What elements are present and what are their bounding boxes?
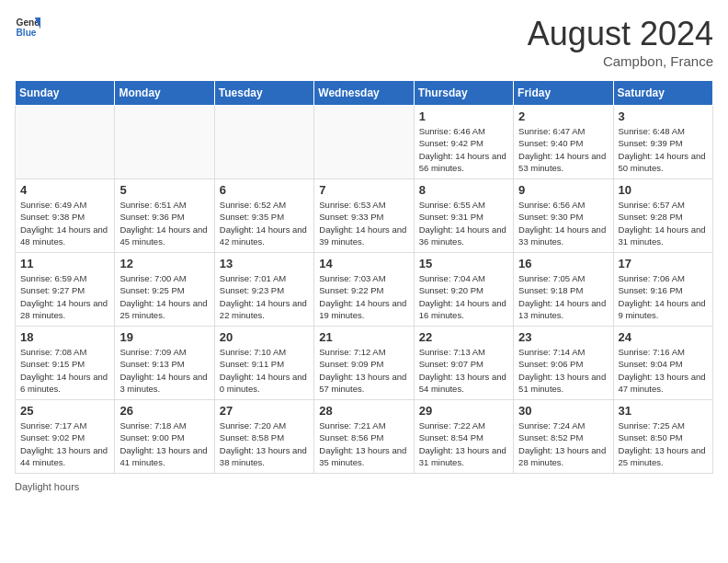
logo-icon: General Blue [15, 15, 40, 40]
header-friday: Friday [514, 81, 613, 106]
header-tuesday: Tuesday [214, 81, 313, 106]
date-number-7: 7 [319, 183, 408, 197]
cell-w5-d2: 27Sunrise: 7:20 AMSunset: 8:58 PMDayligh… [214, 400, 313, 474]
cell-info-22: Sunrise: 7:13 AMSunset: 9:07 PMDaylight:… [419, 346, 508, 395]
cell-info-29: Sunrise: 7:22 AMSunset: 8:54 PMDaylight:… [419, 419, 508, 468]
month-year-title: August 2024 [528, 15, 713, 53]
date-number-3: 3 [619, 109, 708, 123]
title-area: August 2024 Campbon, France [528, 15, 713, 69]
cell-w4-d0: 18Sunrise: 7:08 AMSunset: 9:15 PMDayligh… [16, 327, 115, 400]
date-number-31: 31 [619, 404, 708, 418]
cell-w2-d6: 10Sunrise: 6:57 AMSunset: 9:28 PMDayligh… [613, 179, 712, 253]
date-number-11: 11 [20, 257, 109, 270]
cell-w2-d1: 5Sunrise: 6:51 AMSunset: 9:36 PMDaylight… [115, 179, 214, 253]
cell-info-19: Sunrise: 7:09 AMSunset: 9:13 PMDaylight:… [119, 346, 209, 395]
cell-info-23: Sunrise: 7:14 AMSunset: 9:06 PMDaylight:… [518, 346, 608, 395]
cell-w3-d6: 17Sunrise: 7:06 AMSunset: 9:16 PMDayligh… [613, 253, 712, 327]
date-number-21: 21 [319, 330, 408, 344]
date-number-4: 4 [20, 183, 109, 197]
date-number-24: 24 [619, 330, 708, 344]
cell-info-8: Sunrise: 6:55 AMSunset: 9:31 PMDaylight:… [419, 199, 508, 247]
cell-w4-d1: 19Sunrise: 7:09 AMSunset: 9:13 PMDayligh… [115, 327, 214, 400]
cell-info-18: Sunrise: 7:08 AMSunset: 9:15 PMDaylight:… [20, 346, 109, 395]
logo: General Blue [15, 15, 40, 40]
date-number-22: 22 [419, 330, 508, 344]
cell-w4-d3: 21Sunrise: 7:12 AMSunset: 9:09 PMDayligh… [314, 327, 414, 400]
date-number-8: 8 [419, 183, 508, 197]
date-number-18: 18 [20, 330, 109, 344]
page-header: General Blue August 2024 Campbon, France [15, 15, 713, 69]
svg-text:Blue: Blue [17, 28, 37, 38]
cell-info-4: Sunrise: 6:49 AMSunset: 9:38 PMDaylight:… [20, 199, 109, 247]
cell-info-5: Sunrise: 6:51 AMSunset: 9:36 PMDaylight:… [119, 199, 209, 247]
cell-info-2: Sunrise: 6:47 AMSunset: 9:40 PMDaylight:… [518, 125, 608, 174]
date-number-12: 12 [119, 257, 209, 270]
cell-w2-d5: 9Sunrise: 6:56 AMSunset: 9:30 PMDaylight… [514, 179, 613, 253]
date-number-10: 10 [619, 183, 708, 197]
cell-w4-d6: 24Sunrise: 7:16 AMSunset: 9:04 PMDayligh… [613, 327, 712, 400]
date-number-17: 17 [619, 257, 708, 270]
cell-info-30: Sunrise: 7:24 AMSunset: 8:52 PMDaylight:… [518, 419, 608, 468]
date-number-19: 19 [119, 330, 209, 344]
cell-w2-d4: 8Sunrise: 6:55 AMSunset: 9:31 PMDaylight… [414, 179, 513, 253]
week-row-2: 4Sunrise: 6:49 AMSunset: 9:38 PMDaylight… [16, 179, 713, 253]
cell-w3-d4: 15Sunrise: 7:04 AMSunset: 9:20 PMDayligh… [414, 253, 513, 327]
cell-info-3: Sunrise: 6:48 AMSunset: 9:39 PMDaylight:… [619, 125, 708, 174]
cell-info-10: Sunrise: 6:57 AMSunset: 9:28 PMDaylight:… [619, 199, 708, 247]
date-number-1: 1 [419, 109, 508, 123]
week-row-4: 18Sunrise: 7:08 AMSunset: 9:15 PMDayligh… [16, 327, 713, 400]
cell-info-16: Sunrise: 7:05 AMSunset: 9:18 PMDaylight:… [518, 272, 608, 321]
daylight-hours-label: Daylight hours [15, 481, 79, 492]
cell-info-28: Sunrise: 7:21 AMSunset: 8:56 PMDaylight:… [319, 419, 408, 468]
cell-info-12: Sunrise: 7:00 AMSunset: 9:25 PMDaylight:… [119, 272, 209, 321]
cell-w3-d3: 14Sunrise: 7:03 AMSunset: 9:22 PMDayligh… [314, 253, 414, 327]
cell-info-27: Sunrise: 7:20 AMSunset: 8:58 PMDaylight:… [220, 419, 309, 468]
week-row-1: 1Sunrise: 6:46 AMSunset: 9:42 PMDaylight… [16, 106, 713, 179]
date-number-20: 20 [220, 330, 309, 344]
date-number-5: 5 [119, 183, 209, 197]
cell-info-11: Sunrise: 6:59 AMSunset: 9:27 PMDaylight:… [20, 272, 109, 321]
cell-info-6: Sunrise: 6:52 AMSunset: 9:35 PMDaylight:… [220, 199, 309, 247]
date-number-2: 2 [518, 109, 608, 123]
header-wednesday: Wednesday [314, 81, 414, 106]
cell-info-20: Sunrise: 7:10 AMSunset: 9:11 PMDaylight:… [220, 346, 309, 395]
week-row-3: 11Sunrise: 6:59 AMSunset: 9:27 PMDayligh… [16, 253, 713, 327]
cell-info-25: Sunrise: 7:17 AMSunset: 9:02 PMDaylight:… [20, 419, 109, 468]
cell-w5-d4: 29Sunrise: 7:22 AMSunset: 8:54 PMDayligh… [414, 400, 513, 474]
date-number-28: 28 [319, 404, 408, 418]
cell-info-1: Sunrise: 6:46 AMSunset: 9:42 PMDaylight:… [419, 125, 508, 174]
cell-w5-d6: 31Sunrise: 7:25 AMSunset: 8:50 PMDayligh… [613, 400, 712, 474]
date-number-14: 14 [319, 257, 408, 270]
footer: Daylight hours [15, 481, 713, 492]
cell-w1-d3 [314, 106, 414, 179]
cell-info-17: Sunrise: 7:06 AMSunset: 9:16 PMDaylight:… [619, 272, 708, 321]
date-number-30: 30 [518, 404, 608, 418]
cell-info-31: Sunrise: 7:25 AMSunset: 8:50 PMDaylight:… [619, 419, 708, 468]
cell-w4-d5: 23Sunrise: 7:14 AMSunset: 9:06 PMDayligh… [514, 327, 613, 400]
cell-w3-d1: 12Sunrise: 7:00 AMSunset: 9:25 PMDayligh… [115, 253, 214, 327]
cell-w1-d5: 2Sunrise: 6:47 AMSunset: 9:40 PMDaylight… [514, 106, 613, 179]
date-number-9: 9 [518, 183, 608, 197]
cell-w4-d2: 20Sunrise: 7:10 AMSunset: 9:11 PMDayligh… [214, 327, 313, 400]
cell-info-21: Sunrise: 7:12 AMSunset: 9:09 PMDaylight:… [319, 346, 408, 395]
cell-w5-d5: 30Sunrise: 7:24 AMSunset: 8:52 PMDayligh… [514, 400, 613, 474]
day-headers-row: Sunday Monday Tuesday Wednesday Thursday… [16, 81, 713, 106]
cell-info-13: Sunrise: 7:01 AMSunset: 9:23 PMDaylight:… [220, 272, 309, 321]
cell-w2-d2: 6Sunrise: 6:52 AMSunset: 9:35 PMDaylight… [214, 179, 313, 253]
cell-w2-d3: 7Sunrise: 6:53 AMSunset: 9:33 PMDaylight… [314, 179, 414, 253]
location-subtitle: Campbon, France [528, 53, 713, 69]
cell-w3-d2: 13Sunrise: 7:01 AMSunset: 9:23 PMDayligh… [214, 253, 313, 327]
cell-info-24: Sunrise: 7:16 AMSunset: 9:04 PMDaylight:… [619, 346, 708, 395]
header-saturday: Saturday [613, 81, 712, 106]
cell-info-15: Sunrise: 7:04 AMSunset: 9:20 PMDaylight:… [419, 272, 508, 321]
week-row-5: 25Sunrise: 7:17 AMSunset: 9:02 PMDayligh… [16, 400, 713, 474]
cell-w5-d0: 25Sunrise: 7:17 AMSunset: 9:02 PMDayligh… [16, 400, 115, 474]
cell-w3-d5: 16Sunrise: 7:05 AMSunset: 9:18 PMDayligh… [514, 253, 613, 327]
cell-info-7: Sunrise: 6:53 AMSunset: 9:33 PMDaylight:… [319, 199, 408, 247]
header-thursday: Thursday [414, 81, 513, 106]
date-number-29: 29 [419, 404, 508, 418]
cell-w1-d4: 1Sunrise: 6:46 AMSunset: 9:42 PMDaylight… [414, 106, 513, 179]
date-number-16: 16 [518, 257, 608, 270]
date-number-6: 6 [220, 183, 309, 197]
cell-w5-d1: 26Sunrise: 7:18 AMSunset: 9:00 PMDayligh… [115, 400, 214, 474]
